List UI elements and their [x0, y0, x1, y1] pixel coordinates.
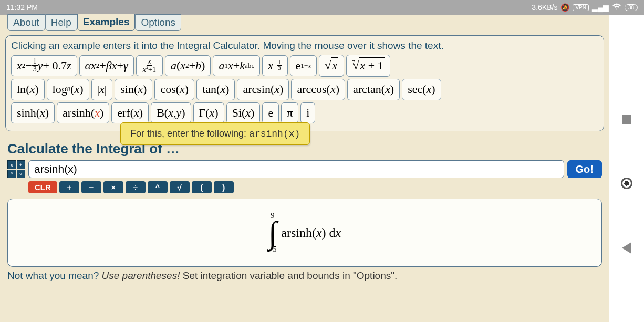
divide-button[interactable]: ÷ — [126, 181, 146, 193]
ex-beta[interactable]: B(x, y) — [151, 102, 191, 124]
integral-preview: 9 ∫ −5 arsinh(x) dx — [7, 199, 602, 267]
power-button[interactable]: ^ — [148, 181, 168, 193]
recents-icon[interactable] — [622, 115, 631, 124]
signal-icon: ▂▄▆ — [592, 3, 609, 12]
example-row-1: x2 − 13y + 0.7z αx2 + βx + γ xx2+1 a(x2 … — [11, 55, 598, 77]
ex-arctan[interactable]: arctan(x) — [347, 79, 400, 100]
battery-badge: 38 — [625, 4, 638, 11]
tabs: About Help Examples Options — [0, 14, 609, 31]
mute-icon: 🔕 — [560, 3, 569, 12]
tooltip-code: arsinh(x) — [249, 129, 300, 139]
ex-pi[interactable]: π — [281, 102, 298, 124]
ex-arcsin[interactable]: arcsin(x) — [237, 79, 289, 100]
ex-cos[interactable]: cos(x) — [154, 79, 194, 100]
ex-polynomial[interactable]: x2 − 13y + 0.7z — [11, 55, 77, 77]
ex-rational[interactable]: xx2+1 — [136, 55, 163, 76]
status-speed: 3.6KB/s — [532, 3, 557, 12]
ex-arccos[interactable]: arccos(x) — [291, 79, 345, 100]
example-tooltip: For this, enter the following: arsinh(x) — [120, 122, 310, 145]
calc-bar: CLR + − × ÷ ^ √ ( ) — [28, 181, 609, 193]
ex-sec[interactable]: sec(x) — [402, 79, 441, 100]
ex-log[interactable]: log8(x) — [47, 79, 89, 100]
ex-ln[interactable]: ln(x) — [11, 79, 45, 100]
expression-input[interactable] — [28, 160, 564, 178]
tab-examples[interactable]: Examples — [77, 14, 136, 31]
ex-negpow[interactable]: x−13 — [262, 55, 287, 77]
wifi-icon — [612, 3, 621, 12]
input-row: x+ ^√ Go! — [7, 160, 602, 178]
tab-options[interactable]: Options — [135, 14, 181, 31]
ex-subscripts[interactable]: a1x + kabc — [213, 55, 260, 77]
ex-sin[interactable]: sin(x) — [115, 79, 152, 100]
vpn-badge: VPN — [573, 4, 589, 11]
lower-bound: −5 — [269, 245, 277, 254]
device-nav — [609, 15, 644, 322]
sqrt-button[interactable]: √ — [170, 181, 190, 193]
example-row-3: sinh(x) arsinh(x) erf(x) B(x, y) Γ(x) Si… — [11, 102, 598, 124]
ex-abs[interactable]: |x| — [91, 79, 113, 100]
ex-arsinh[interactable]: arsinh(x) — [57, 102, 109, 124]
ex-product[interactable]: a(x2 + b) — [165, 55, 211, 77]
status-time: 11:32 PM — [6, 3, 38, 12]
ex-tan[interactable]: tan(x) — [196, 79, 235, 100]
plus-button[interactable]: + — [59, 181, 79, 193]
clr-button[interactable]: CLR — [28, 181, 57, 193]
footer-hint: Not what you mean? Use parentheses! Set … — [7, 270, 602, 282]
integral-symbol: 9 ∫ −5 — [268, 212, 277, 254]
ex-sqrt[interactable]: √x — [319, 55, 344, 77]
keyboard-toggle[interactable]: x+ ^√ — [7, 160, 25, 178]
intro-text: Clicking an example enters it into the I… — [11, 40, 598, 51]
tab-help[interactable]: Help — [45, 14, 77, 31]
go-button[interactable]: Go! — [567, 160, 602, 178]
app-area: About Help Examples Options Clicking an … — [0, 15, 609, 322]
ex-i[interactable]: i — [300, 102, 315, 124]
lparen-button[interactable]: ( — [192, 181, 212, 193]
ex-sinh[interactable]: sinh(x) — [11, 102, 55, 124]
status-right: 3.6KB/s 🔕 VPN ▂▄▆ 38 — [532, 3, 638, 12]
rparen-button[interactable]: ) — [214, 181, 234, 193]
status-bar: 11:32 PM 3.6KB/s 🔕 VPN ▂▄▆ 38 — [0, 0, 644, 15]
ex-nthroot[interactable]: 7√x + 1 — [346, 55, 390, 77]
ex-erf[interactable]: erf(x) — [111, 102, 149, 124]
minus-button[interactable]: − — [81, 181, 101, 193]
ex-quadratic[interactable]: αx2 + βx + γ — [79, 55, 134, 77]
examples-panel: Clicking an example enters it into the I… — [5, 35, 604, 131]
home-icon[interactable] — [621, 178, 632, 189]
ex-gamma[interactable]: Γ(x) — [193, 102, 224, 124]
ex-e[interactable]: e — [262, 102, 279, 124]
integrand: arsinh(x) dx — [281, 226, 341, 240]
tab-about[interactable]: About — [7, 14, 45, 31]
times-button[interactable]: × — [103, 181, 123, 193]
back-icon[interactable] — [622, 242, 631, 254]
example-row-2: ln(x) log8(x) |x| sin(x) cos(x) tan(x) a… — [11, 79, 598, 100]
ex-exp[interactable]: e1−x — [290, 55, 317, 77]
ex-si[interactable]: Si(x) — [226, 102, 261, 124]
